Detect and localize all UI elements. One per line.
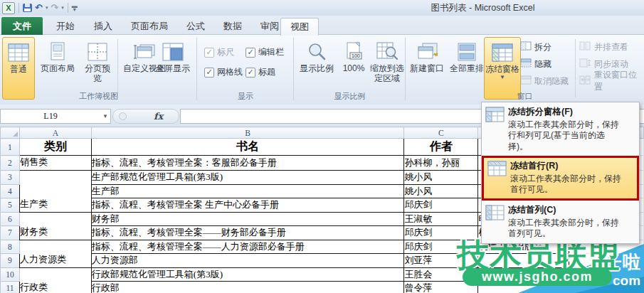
cell-B9[interactable]: 人力资源部 [91,254,404,268]
arrange-all-button[interactable]: 全部重排 [447,37,487,74]
page-layout-view-button[interactable]: 页面布局 [36,37,80,74]
column-header-B[interactable]: B [91,127,404,139]
cell-C3[interactable]: 姚小风 [404,171,478,185]
row-header-3[interactable]: 3 [1,171,20,185]
cell-A3[interactable]: 生产类 [19,171,91,213]
name-box-dropdown-icon[interactable]: ▼ [100,113,110,119]
cell-A1[interactable]: 类别 [19,139,91,156]
select-all-corner[interactable] [1,127,20,139]
cell-C4[interactable]: 姚小风 [404,184,478,198]
page-break-preview-button[interactable]: 分页预览 [81,37,114,83]
title-bar: X ↶▾ ↷▾ ▬▾ 图书列表 - Microsoft Excel [0,0,644,16]
reset-window-position-button: 重设窗口位置 [579,74,644,88]
cell-B4[interactable]: 生产部 [91,184,404,198]
freeze-first-column-icon [485,204,508,240]
formula-bar-checkbox[interactable]: ✓ 编辑栏 [246,46,284,58]
normal-view-icon [8,41,29,65]
headings-checkbox[interactable]: ✓ 标题 [246,66,275,78]
tab-insert[interactable]: 插入 [85,18,121,35]
menu-item-freeze-top-row[interactable]: 冻结首行(R) 滚动工作表其余部分时，保持首行可见。 [484,158,637,198]
row-header-5[interactable]: 5 [1,198,20,213]
row-header-10[interactable]: 10 [1,267,20,282]
zoom-to-selection-button[interactable]: 缩放到选定区域 [369,37,405,83]
cell-B10[interactable]: 行政部规范化管理工具箱(第3版) [91,267,404,282]
save-icon[interactable] [23,4,32,12]
cell-B3[interactable]: 生产部规范化管理工具箱(第3版) [91,171,404,185]
cell-B5[interactable]: 指标、流程、考核管理全案 生产中心必备手册 [91,198,404,213]
row-header-4[interactable]: 4 [1,184,20,198]
gridlines-checkbox[interactable]: ✓ 网格线 [204,66,243,78]
unhide-button: 取消隐藏 [520,74,569,88]
zoom-100-button[interactable]: 100 100% [338,37,369,74]
split-button[interactable]: 拆分 [520,40,551,54]
normal-view-button[interactable]: 普通 [2,37,35,100]
cell-A2[interactable]: 销售类 [19,156,91,171]
column-header-C[interactable]: C [404,127,478,139]
menu-item-desc: 滚动工作表其余部分时，保持首行可见。 [510,174,625,196]
tab-view[interactable]: 视图 [280,18,319,36]
freeze-panes-button[interactable]: 冻结窗格 ▼ [484,37,521,100]
row-header-11[interactable]: 11 [1,282,20,293]
row-header-2[interactable]: 2 [1,156,20,171]
page-layout-view-icon [48,40,67,64]
cell-B7[interactable]: 指标、流程、考核管理全案——财务部必备手册 [91,226,404,240]
divider [117,39,118,97]
full-screen-button[interactable]: 全屏显示 [152,37,194,74]
menu-item-freeze-first-column[interactable]: 冻结首列(C) 滚动工作表其余部分时，保持首列可见。 [482,201,639,243]
cell-B8[interactable]: 指标、流程、考核管理全案——人力资源部必备手册 [91,240,404,254]
name-box[interactable]: L19 ▼ [0,109,111,124]
undo-dropdown-icon[interactable]: ▾ [46,5,48,11]
excel-window: X ↶▾ ↷▾ ▬▾ 图书列表 - Microsoft Excel 文件 开始 … [0,0,644,293]
insert-function-area: fx [112,109,179,124]
arrange-all-label: 全部重排 [450,64,484,74]
cell-B2[interactable]: 指标、流程、考核管理全案：客服部必备手册 [91,156,404,171]
zoom-icon [307,40,327,64]
cell-C5[interactable]: 邱庆剑 [404,198,478,213]
new-window-button[interactable]: 新建窗口 [407,37,447,74]
menu-item-freeze-panes[interactable]: 冻结拆分窗格(F) 滚动工作表其余部分时，保持行和列可见(基于当前的选择)。 [482,102,639,156]
group-label-workbook-views: 工作簿视图 [0,91,197,102]
cell-A6[interactable]: 财务类 [19,212,91,240]
excel-app-icon[interactable]: X [2,2,15,14]
row-header-6[interactable]: 6 [1,212,20,226]
insert-function-button[interactable]: fx [154,111,163,122]
group-label-show: 显示 [197,91,294,102]
cell-C2[interactable]: 孙科柳，孙丽 [404,156,478,171]
menu-item-title: 冻结首行(R) [510,160,625,172]
menu-item-title: 冻结拆分窗格(F) [508,106,623,118]
cell-C1[interactable]: 作者 [404,139,478,156]
tab-formulas[interactable]: 公式 [178,18,213,35]
view-side-by-side-label: 并排查看 [594,41,628,53]
formula-bar-knob [119,112,127,120]
tab-page-layout[interactable]: 页面布局 [122,18,176,35]
column-header-A[interactable]: A [19,127,91,139]
ruler-checkbox[interactable]: ✓ 标尺 [204,46,234,58]
tab-home[interactable]: 开始 [47,18,84,35]
cell-A8[interactable]: 人力资源类 [19,240,91,267]
name-box-value: L19 [1,111,100,122]
group-window: 新建窗口 全部重排 冻结窗格 ▼ 拆分 隐藏 [406,35,644,104]
headings-label: 标题 [258,66,275,78]
row-header-8[interactable]: 8 [1,240,20,254]
hide-button[interactable]: 隐藏 [520,57,551,71]
customize-qat-icon[interactable]: ▬▾ [72,4,78,11]
freeze-panes-menu: 冻结拆分窗格(F) 滚动工作表其余部分时，保持行和列可见(基于当前的选择)。 冻… [481,102,640,244]
full-screen-label: 全屏显示 [156,64,190,74]
cell-B6[interactable]: 财务部 [91,212,404,226]
tab-file[interactable]: 文件 [1,17,43,35]
tab-data[interactable]: 数据 [215,18,250,35]
watermark-url: www.jsgho.com [463,268,612,286]
divider [68,3,68,13]
synchronous-scrolling-icon [579,58,591,70]
row-header-9[interactable]: 9 [1,254,20,268]
cell-A10[interactable]: 行政类 [19,267,91,293]
row-header-1[interactable]: 1 [1,139,20,156]
arrange-all-icon [457,40,477,64]
zoom-button[interactable]: 显示比例 [297,37,337,74]
cell-B1[interactable]: 书名 [91,139,404,156]
undo-icon[interactable]: ↶ [35,4,43,12]
view-side-by-side-icon [579,41,591,53]
cell-B11[interactable]: 行政部 [91,282,404,293]
redo-icon: ↷ [51,4,58,12]
row-header-7[interactable]: 7 [1,226,20,240]
